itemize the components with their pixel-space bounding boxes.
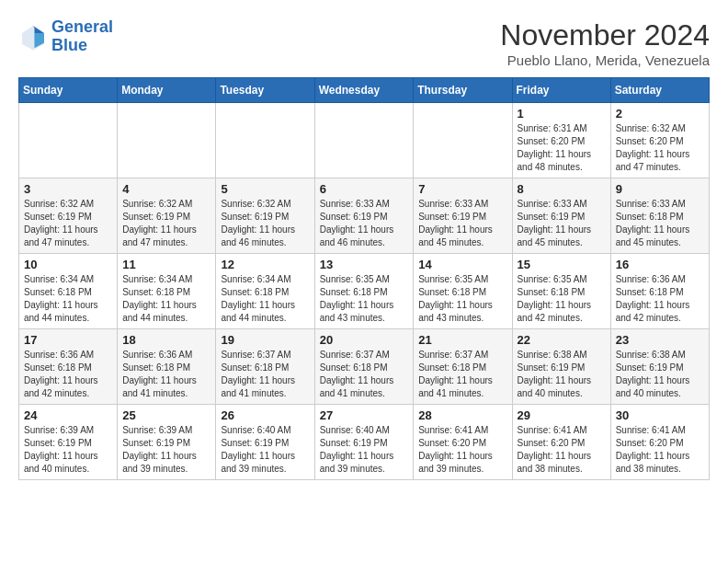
column-header-saturday: Saturday [610, 78, 709, 103]
day-number: 5 [221, 182, 309, 196]
day-info: Sunrise: 6:39 AM Sunset: 6:19 PM Dayligh… [24, 424, 112, 476]
calendar-cell: 23Sunrise: 6:38 AM Sunset: 6:19 PM Dayli… [610, 329, 709, 405]
day-number: 26 [221, 408, 309, 422]
day-info: Sunrise: 6:33 AM Sunset: 6:18 PM Dayligh… [616, 198, 704, 249]
calendar-cell [414, 103, 512, 178]
calendar-cell: 15Sunrise: 6:35 AM Sunset: 6:18 PM Dayli… [512, 254, 610, 329]
day-number: 13 [320, 258, 409, 271]
calendar-cell: 26Sunrise: 6:40 AM Sunset: 6:19 PM Dayli… [216, 405, 314, 480]
calendar-cell: 1Sunrise: 6:31 AM Sunset: 6:20 PM Daylig… [512, 103, 610, 178]
day-number: 24 [24, 408, 112, 422]
day-number: 25 [122, 408, 210, 422]
day-number: 27 [320, 408, 409, 422]
day-number: 7 [418, 182, 506, 196]
day-number: 23 [616, 333, 704, 347]
logo-text: General Blue [51, 18, 113, 55]
day-number: 19 [221, 333, 309, 347]
day-info: Sunrise: 6:32 AM Sunset: 6:19 PM Dayligh… [24, 198, 112, 249]
calendar-cell: 2Sunrise: 6:32 AM Sunset: 6:20 PM Daylig… [610, 103, 709, 178]
calendar-cell: 11Sunrise: 6:34 AM Sunset: 6:18 PM Dayli… [118, 254, 216, 329]
calendar-table: SundayMondayTuesdayWednesdayThursdayFrid… [18, 77, 710, 480]
calendar-cell: 3Sunrise: 6:32 AM Sunset: 6:19 PM Daylig… [19, 178, 118, 254]
column-header-monday: Monday [118, 78, 216, 103]
day-info: Sunrise: 6:36 AM Sunset: 6:18 PM Dayligh… [616, 273, 704, 325]
calendar-header-row: SundayMondayTuesdayWednesdayThursdayFrid… [19, 78, 710, 103]
title-block: November 2024 Pueblo Llano, Merida, Vene… [500, 18, 710, 68]
calendar-week-row: 24Sunrise: 6:39 AM Sunset: 6:19 PM Dayli… [19, 405, 710, 480]
day-number: 30 [616, 408, 704, 422]
day-info: Sunrise: 6:37 AM Sunset: 6:18 PM Dayligh… [221, 349, 309, 400]
day-info: Sunrise: 6:32 AM Sunset: 6:19 PM Dayligh… [221, 198, 309, 249]
logo: General Blue [18, 18, 113, 55]
day-number: 18 [122, 333, 210, 347]
calendar-cell: 17Sunrise: 6:36 AM Sunset: 6:18 PM Dayli… [19, 329, 118, 405]
day-info: Sunrise: 6:32 AM Sunset: 6:20 PM Dayligh… [616, 122, 704, 174]
day-number: 11 [122, 258, 210, 271]
calendar-cell: 12Sunrise: 6:34 AM Sunset: 6:18 PM Dayli… [216, 254, 314, 329]
day-number: 2 [616, 107, 704, 121]
logo-general: General [51, 17, 113, 36]
day-number: 28 [418, 408, 506, 422]
column-header-wednesday: Wednesday [314, 78, 414, 103]
calendar-cell: 19Sunrise: 6:37 AM Sunset: 6:18 PM Dayli… [216, 329, 314, 405]
calendar-cell [19, 103, 118, 178]
calendar-cell: 22Sunrise: 6:38 AM Sunset: 6:19 PM Dayli… [512, 329, 610, 405]
day-info: Sunrise: 6:38 AM Sunset: 6:19 PM Dayligh… [518, 349, 606, 400]
calendar-cell [118, 103, 216, 178]
calendar-cell: 4Sunrise: 6:32 AM Sunset: 6:19 PM Daylig… [118, 178, 216, 254]
day-number: 6 [320, 182, 409, 196]
day-number: 4 [122, 182, 210, 196]
day-info: Sunrise: 6:34 AM Sunset: 6:18 PM Dayligh… [221, 273, 309, 325]
day-info: Sunrise: 6:40 AM Sunset: 6:19 PM Dayligh… [221, 424, 309, 476]
calendar-cell [216, 103, 314, 178]
calendar-cell: 29Sunrise: 6:41 AM Sunset: 6:20 PM Dayli… [512, 405, 610, 480]
calendar-cell: 21Sunrise: 6:37 AM Sunset: 6:18 PM Dayli… [414, 329, 512, 405]
day-number: 10 [24, 258, 112, 271]
day-number: 22 [518, 333, 606, 347]
day-number: 15 [518, 258, 606, 271]
day-number: 9 [616, 182, 704, 196]
calendar-cell: 13Sunrise: 6:35 AM Sunset: 6:18 PM Dayli… [314, 254, 414, 329]
day-number: 1 [518, 107, 606, 121]
calendar-cell: 14Sunrise: 6:35 AM Sunset: 6:18 PM Dayli… [414, 254, 512, 329]
logo-blue: Blue [51, 36, 87, 54]
logo-icon [18, 22, 48, 52]
calendar-cell: 7Sunrise: 6:33 AM Sunset: 6:19 PM Daylig… [414, 178, 512, 254]
calendar-cell: 20Sunrise: 6:37 AM Sunset: 6:18 PM Dayli… [314, 329, 414, 405]
calendar-week-row: 10Sunrise: 6:34 AM Sunset: 6:18 PM Dayli… [19, 254, 710, 329]
calendar-week-row: 3Sunrise: 6:32 AM Sunset: 6:19 PM Daylig… [19, 178, 710, 254]
day-info: Sunrise: 6:34 AM Sunset: 6:18 PM Dayligh… [122, 273, 210, 325]
day-number: 8 [518, 182, 606, 196]
calendar-cell: 28Sunrise: 6:41 AM Sunset: 6:20 PM Dayli… [414, 405, 512, 480]
day-info: Sunrise: 6:41 AM Sunset: 6:20 PM Dayligh… [518, 424, 606, 476]
calendar-cell: 9Sunrise: 6:33 AM Sunset: 6:18 PM Daylig… [610, 178, 709, 254]
column-header-sunday: Sunday [19, 78, 118, 103]
day-info: Sunrise: 6:37 AM Sunset: 6:18 PM Dayligh… [320, 349, 409, 400]
day-info: Sunrise: 6:33 AM Sunset: 6:19 PM Dayligh… [418, 198, 506, 249]
calendar-cell: 16Sunrise: 6:36 AM Sunset: 6:18 PM Dayli… [610, 254, 709, 329]
day-info: Sunrise: 6:41 AM Sunset: 6:20 PM Dayligh… [616, 424, 704, 476]
day-info: Sunrise: 6:35 AM Sunset: 6:18 PM Dayligh… [418, 273, 506, 325]
day-info: Sunrise: 6:39 AM Sunset: 6:19 PM Dayligh… [122, 424, 210, 476]
calendar-cell: 5Sunrise: 6:32 AM Sunset: 6:19 PM Daylig… [216, 178, 314, 254]
calendar-week-row: 17Sunrise: 6:36 AM Sunset: 6:18 PM Dayli… [19, 329, 710, 405]
day-info: Sunrise: 6:34 AM Sunset: 6:18 PM Dayligh… [24, 273, 112, 325]
day-number: 29 [518, 408, 606, 422]
calendar-cell [314, 103, 414, 178]
day-number: 12 [221, 258, 309, 271]
day-info: Sunrise: 6:31 AM Sunset: 6:20 PM Dayligh… [518, 122, 606, 174]
day-info: Sunrise: 6:36 AM Sunset: 6:18 PM Dayligh… [24, 349, 112, 400]
calendar-cell: 24Sunrise: 6:39 AM Sunset: 6:19 PM Dayli… [19, 405, 118, 480]
calendar-cell: 8Sunrise: 6:33 AM Sunset: 6:19 PM Daylig… [512, 178, 610, 254]
month-title: November 2024 [500, 18, 710, 52]
calendar-cell: 30Sunrise: 6:41 AM Sunset: 6:20 PM Dayli… [610, 405, 709, 480]
day-info: Sunrise: 6:32 AM Sunset: 6:19 PM Dayligh… [122, 198, 210, 249]
day-info: Sunrise: 6:33 AM Sunset: 6:19 PM Dayligh… [320, 198, 409, 249]
page-header: General Blue November 2024 Pueblo Llano,… [18, 18, 710, 68]
calendar-cell: 10Sunrise: 6:34 AM Sunset: 6:18 PM Dayli… [19, 254, 118, 329]
day-number: 21 [418, 333, 506, 347]
calendar-cell: 6Sunrise: 6:33 AM Sunset: 6:19 PM Daylig… [314, 178, 414, 254]
day-number: 3 [24, 182, 112, 196]
day-number: 17 [24, 333, 112, 347]
calendar-cell: 18Sunrise: 6:36 AM Sunset: 6:18 PM Dayli… [118, 329, 216, 405]
